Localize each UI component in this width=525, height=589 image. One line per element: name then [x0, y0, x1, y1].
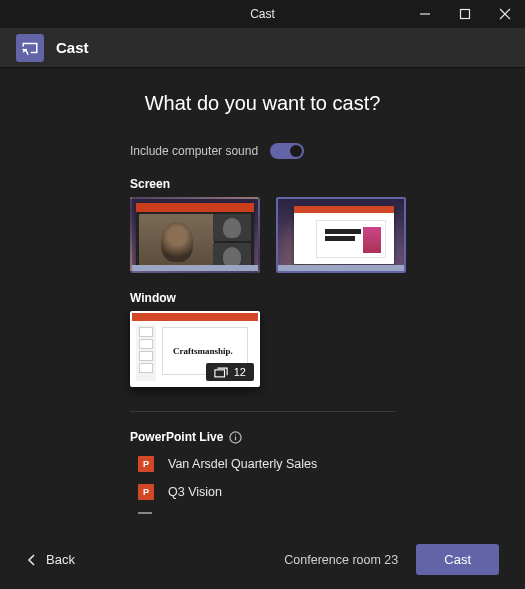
close-icon: [499, 8, 511, 20]
main-content: What do you want to cast? Include comput…: [0, 92, 525, 514]
window-count-badge: 12: [206, 363, 254, 381]
include-sound-row: Include computer sound: [130, 143, 505, 159]
info-icon[interactable]: [229, 431, 242, 444]
window-title: Cast: [250, 7, 275, 21]
cast-button[interactable]: Cast: [416, 544, 499, 575]
taskbar: [278, 265, 404, 271]
window-thumbnails: Craftsmanship. 12: [130, 311, 505, 387]
app-window-preview: [136, 203, 254, 267]
svg-rect-4: [215, 369, 225, 376]
chevron-left-icon: [26, 554, 38, 566]
title-bar: Cast: [0, 0, 525, 28]
screen-thumbnail-1[interactable]: [130, 197, 260, 273]
include-sound-label: Include computer sound: [130, 144, 258, 158]
ppl-file-title: Van Arsdel Quarterly Sales: [168, 457, 317, 471]
minimize-button[interactable]: [405, 0, 445, 28]
slide-title-text: Craftsmanship.: [173, 346, 233, 356]
back-label: Back: [46, 552, 75, 567]
header-title: Cast: [56, 39, 89, 56]
toggle-knob: [290, 145, 302, 157]
window-count: 12: [234, 366, 246, 378]
divider: [130, 411, 395, 412]
powerpoint-live-label: PowerPoint Live: [130, 430, 223, 444]
ppl-more-indicator: [138, 512, 152, 514]
room-name: Conference room 23: [284, 553, 398, 567]
minimize-icon: [419, 8, 431, 20]
app-window-preview: [294, 206, 394, 264]
windows-stack-icon: [214, 367, 228, 378]
maximize-button[interactable]: [445, 0, 485, 28]
app-header: Cast: [0, 28, 525, 68]
cast-icon: [21, 41, 39, 55]
taskbar: [132, 265, 258, 271]
page-headline: What do you want to cast?: [20, 92, 505, 115]
screen-thumbnail-2[interactable]: [276, 197, 406, 273]
window-section-label: Window: [130, 291, 505, 305]
powerpoint-file-icon: P: [138, 456, 154, 472]
powerpoint-file-icon: P: [138, 484, 154, 500]
close-button[interactable]: [485, 0, 525, 28]
ppl-file-1[interactable]: P Van Arsdel Quarterly Sales: [138, 456, 505, 472]
back-button[interactable]: Back: [26, 552, 75, 567]
window-thumbnail-1[interactable]: Craftsmanship. 12: [130, 311, 260, 387]
powerpoint-live-header: PowerPoint Live: [130, 430, 505, 444]
screen-section-label: Screen: [130, 177, 505, 191]
footer: Back Conference room 23 Cast: [0, 544, 525, 575]
maximize-icon: [459, 8, 471, 20]
screen-thumbnails: [130, 197, 505, 273]
svg-rect-1: [461, 10, 470, 19]
svg-point-7: [235, 434, 236, 435]
ppl-file-2[interactable]: P Q3 Vision: [138, 484, 505, 500]
include-sound-toggle[interactable]: [270, 143, 304, 159]
cast-app-icon: [16, 34, 44, 62]
ppl-file-title: Q3 Vision: [168, 485, 222, 499]
window-controls: [405, 0, 525, 28]
